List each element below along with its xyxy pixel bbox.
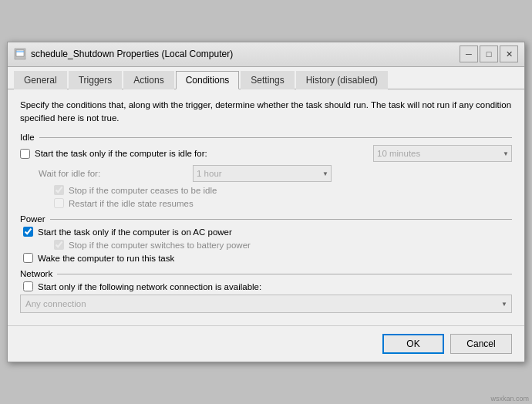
wake-label: Wake the computer to run this task xyxy=(38,254,174,263)
tab-history[interactable]: History (disabled) xyxy=(296,71,388,89)
power-section-line xyxy=(50,219,512,220)
info-text: Specify the conditions that, along with … xyxy=(20,99,512,126)
idle-start-checkbox-wrap: Start the task only if the computer is i… xyxy=(20,149,207,159)
minimize-button[interactable]: ─ xyxy=(460,45,478,62)
content-area: Specify the conditions that, along with … xyxy=(8,89,524,326)
idle-section-label: Idle xyxy=(20,133,35,142)
network-start-row: Start only if the following network conn… xyxy=(20,281,512,291)
window-title: schedule_Shutdown Properties (Local Comp… xyxy=(31,49,233,59)
wake-row: Wake the computer to run this task xyxy=(20,253,512,263)
restart-idle-label: Restart if the idle state resumes xyxy=(69,199,194,208)
maximize-button[interactable]: □ xyxy=(480,45,498,62)
ac-power-row: Start the task only if the computer is o… xyxy=(20,227,512,237)
wake-checkbox[interactable] xyxy=(23,253,33,263)
power-section-label: Power xyxy=(20,214,45,224)
stop-idle-row: Stop if the computer ceases to be idle xyxy=(20,185,512,195)
idle-duration-select[interactable]: 10 minutes xyxy=(373,145,512,162)
idle-start-checkbox[interactable] xyxy=(20,149,30,159)
close-button[interactable]: ✕ xyxy=(500,45,518,62)
title-bar-left: schedule_Shutdown Properties (Local Comp… xyxy=(14,48,233,60)
battery-label: Stop if the computer switches to battery… xyxy=(69,241,251,250)
network-start-label: Start only if the following network conn… xyxy=(38,282,261,291)
restart-idle-checkbox[interactable] xyxy=(54,198,64,208)
tab-triggers[interactable]: Triggers xyxy=(69,71,123,89)
network-section-header: Network xyxy=(20,269,512,278)
idle-duration-wrap: 10 minutes ▼ xyxy=(373,145,512,162)
ok-button[interactable]: OK xyxy=(382,334,444,354)
wait-for-idle-row: Wait for idle for: 1 hour ▼ xyxy=(20,165,512,182)
idle-section-line xyxy=(39,137,512,138)
network-section-label: Network xyxy=(20,269,52,278)
stop-idle-label: Stop if the computer ceases to be idle xyxy=(69,186,217,195)
battery-row: Stop if the computer switches to battery… xyxy=(20,240,512,250)
tab-actions[interactable]: Actions xyxy=(123,71,173,89)
idle-start-label: Start the task only if the computer is i… xyxy=(35,149,207,158)
ac-power-checkbox[interactable] xyxy=(23,227,33,237)
title-controls: ─ □ ✕ xyxy=(460,45,518,62)
battery-checkbox[interactable] xyxy=(54,240,64,250)
bottom-bar: OK Cancel xyxy=(8,325,524,362)
wait-idle-select[interactable]: 1 hour xyxy=(193,165,332,182)
restart-idle-row: Restart if the idle state resumes xyxy=(20,198,512,208)
idle-duration-container: 10 minutes ▼ xyxy=(373,145,512,162)
network-section-line xyxy=(57,274,512,274)
stop-idle-checkbox[interactable] xyxy=(54,185,64,195)
wait-for-idle-label: Wait for idle for: xyxy=(39,169,193,178)
tab-bar: General Triggers Actions Conditions Sett… xyxy=(8,67,524,89)
cancel-button[interactable]: Cancel xyxy=(450,334,512,354)
wait-idle-container: 1 hour ▼ xyxy=(193,165,332,182)
tab-settings[interactable]: Settings xyxy=(241,71,294,89)
idle-start-row: Start the task only if the computer is i… xyxy=(20,145,512,162)
title-bar: schedule_Shutdown Properties (Local Comp… xyxy=(8,42,524,67)
network-select-row: Any connection ▼ xyxy=(20,295,512,313)
tab-conditions[interactable]: Conditions xyxy=(176,71,240,89)
network-connection-container: Any connection ▼ xyxy=(20,295,512,313)
app-icon xyxy=(14,48,26,60)
power-section-header: Power xyxy=(20,214,512,224)
idle-section-header: Idle xyxy=(20,133,512,142)
network-connection-select[interactable]: Any connection xyxy=(20,295,512,313)
network-start-checkbox[interactable] xyxy=(23,281,33,291)
ac-power-label: Start the task only if the computer is o… xyxy=(38,227,232,237)
tab-general[interactable]: General xyxy=(14,71,67,89)
svg-rect-1 xyxy=(16,50,24,56)
watermark: wsxkan.com xyxy=(490,395,529,402)
dialog-window: schedule_Shutdown Properties (Local Comp… xyxy=(7,42,525,363)
